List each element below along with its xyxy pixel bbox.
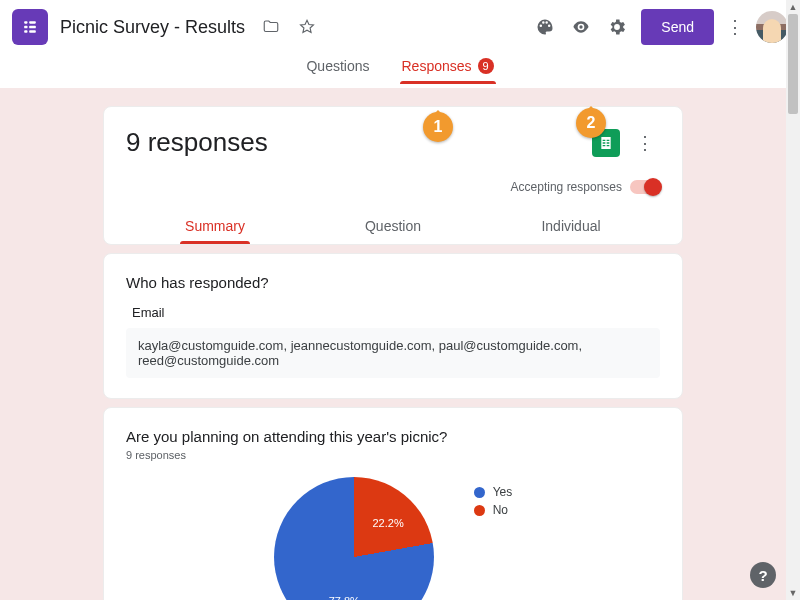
- pie-chart: 22.2% 77.8% Yes No: [126, 477, 660, 600]
- callout-2: 2: [576, 108, 606, 138]
- account-avatar[interactable]: [756, 11, 788, 43]
- legend-item-no: No: [474, 503, 513, 517]
- pie-slice-label-yes: 77.8%: [329, 595, 360, 600]
- chart-legend: Yes No: [474, 485, 513, 521]
- subtab-individual[interactable]: Individual: [482, 212, 660, 244]
- svg-rect-3: [29, 26, 36, 29]
- scroll-up-icon[interactable]: ▲: [786, 0, 800, 14]
- svg-rect-2: [24, 26, 27, 29]
- tab-responses-label: Responses: [402, 58, 472, 74]
- question-text: Are you planning on attending this year'…: [126, 428, 660, 445]
- vertical-scrollbar[interactable]: ▲ ▼: [786, 0, 800, 600]
- preview-icon[interactable]: [569, 15, 593, 39]
- accepting-responses-toggle[interactable]: [630, 180, 660, 194]
- move-to-folder-icon[interactable]: [259, 15, 283, 39]
- responses-subtabs: Summary Question Individual: [126, 212, 660, 244]
- question-response-count: 9 responses: [126, 449, 660, 461]
- scroll-down-icon[interactable]: ▼: [786, 586, 800, 600]
- customize-theme-icon[interactable]: [533, 15, 557, 39]
- legend-label-yes: Yes: [493, 485, 513, 499]
- email-column-label: Email: [132, 305, 660, 320]
- legend-item-yes: Yes: [474, 485, 513, 499]
- send-button[interactable]: Send: [641, 9, 714, 45]
- app-header: Picnic Survey - Results Send ⋮: [0, 0, 800, 54]
- subtab-summary[interactable]: Summary: [126, 212, 304, 244]
- responses-count-badge: 9: [478, 58, 494, 74]
- responses-more-icon[interactable]: ⋮: [630, 132, 660, 154]
- pie-graphic: 22.2% 77.8%: [274, 477, 434, 600]
- settings-gear-icon[interactable]: [605, 15, 629, 39]
- question-chart-card: Are you planning on attending this year'…: [103, 407, 683, 600]
- pie-slice-label-no: 22.2%: [373, 517, 404, 529]
- subtab-question[interactable]: Question: [304, 212, 482, 244]
- svg-rect-1: [29, 21, 36, 24]
- more-options-icon[interactable]: ⋮: [720, 16, 750, 38]
- who-responded-card: Who has responded? Email kayla@customgui…: [103, 253, 683, 399]
- main-tabs: Questions Responses 9: [0, 54, 800, 88]
- callout-1: 1: [423, 112, 453, 142]
- star-icon[interactable]: [295, 15, 319, 39]
- responses-title: 9 responses: [126, 127, 592, 158]
- content-viewport: 9 responses ⋮ Accepting responses Summar…: [0, 88, 786, 600]
- svg-rect-0: [24, 21, 27, 24]
- tab-responses[interactable]: Responses 9: [400, 54, 496, 84]
- document-title[interactable]: Picnic Survey - Results: [60, 17, 245, 38]
- tab-questions[interactable]: Questions: [304, 54, 371, 84]
- scrollbar-thumb[interactable]: [788, 14, 798, 114]
- svg-rect-5: [29, 30, 36, 33]
- forms-logo[interactable]: [12, 9, 48, 45]
- respondent-emails: kayla@customguide.com, jeannecustomguide…: [126, 328, 660, 378]
- accepting-responses-label: Accepting responses: [511, 180, 622, 194]
- legend-swatch-no: [474, 505, 485, 516]
- svg-rect-4: [24, 30, 27, 33]
- legend-label-no: No: [493, 503, 508, 517]
- legend-swatch-yes: [474, 487, 485, 498]
- help-button[interactable]: ?: [750, 562, 776, 588]
- who-responded-title: Who has responded?: [126, 274, 660, 291]
